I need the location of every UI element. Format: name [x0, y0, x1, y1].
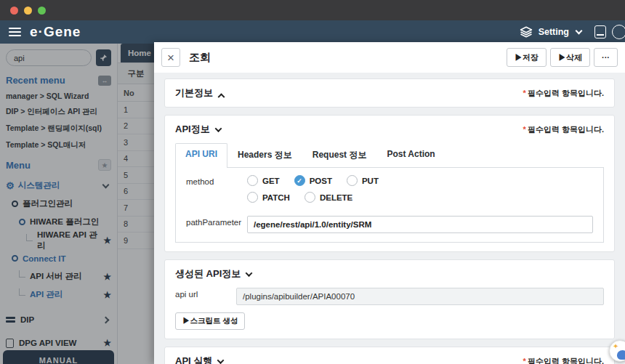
window-zoom-dot[interactable]: [38, 7, 46, 15]
window-minimize-dot[interactable]: [24, 7, 32, 15]
delete-button[interactable]: ▶삭제: [550, 48, 590, 67]
chevron-down-icon: [217, 357, 225, 364]
window-close-dot[interactable]: [10, 7, 18, 15]
app-header: e·Gene Setting: [0, 20, 625, 44]
api-url-label: api url: [175, 288, 236, 299]
save-button[interactable]: ▶저장: [507, 48, 547, 67]
app-body: Recent menu ↔ manager > SQL Wizard DIP >…: [0, 44, 625, 364]
assistant-fab-button[interactable]: ✦: [609, 340, 625, 362]
tab-headers-info[interactable]: Headers 정보: [227, 143, 302, 167]
section-basic-header[interactable]: 기본정보 *필수입력 항목입니다.: [165, 79, 614, 107]
section-api-header[interactable]: API정보 *필수입력 항목입니다.: [165, 116, 614, 143]
required-note: *필수입력 항목입니다.: [523, 88, 604, 99]
required-note: *필수입력 항목입니다.: [523, 356, 604, 364]
modal-title: 조회: [189, 51, 211, 65]
api-uri-panel: method GET POST PUT PATCH DELETE: [175, 167, 604, 243]
tab-request-info[interactable]: Request 정보: [302, 143, 377, 167]
chevron-up-icon: [218, 93, 225, 100]
section-api-info: API정보 *필수입력 항목입니다. API URI Headers 정보 Re…: [164, 115, 615, 252]
modal-backdrop: [0, 44, 154, 364]
sparkle-icon: ✦: [613, 342, 618, 350]
app-window: e·Gene Setting: [0, 0, 625, 364]
more-button[interactable]: ···: [594, 48, 618, 67]
generate-script-button[interactable]: ▶스크립트 생성: [175, 312, 245, 330]
manual-book-icon[interactable]: [594, 25, 606, 39]
setting-menu[interactable]: Setting: [539, 27, 569, 37]
radio-get[interactable]: GET: [247, 175, 280, 186]
hamburger-menu-icon[interactable]: [9, 28, 21, 36]
radio-put[interactable]: PUT: [347, 175, 379, 186]
section-execute-header[interactable]: API 실행 *필수입력 항목입니다.: [165, 347, 614, 364]
radio-patch[interactable]: PATCH: [247, 192, 290, 203]
method-label: method: [186, 175, 247, 186]
radio-checked-icon: [294, 175, 305, 186]
chevron-down-icon: [576, 28, 583, 35]
radio-icon: [247, 192, 258, 203]
api-url-input[interactable]: [236, 288, 604, 305]
api-info-tabs: API URI Headers 정보 Request 정보 Post Actio…: [175, 143, 604, 167]
chevron-down-icon: [246, 270, 253, 277]
radio-icon: [247, 175, 258, 186]
radio-icon: [305, 192, 315, 203]
chevron-down-icon: [214, 125, 222, 132]
radio-post[interactable]: POST: [294, 175, 332, 186]
profile-icon[interactable]: [612, 25, 625, 39]
modal-content: 기본정보 *필수입력 항목입니다. API정보 *필수입력 항목입니다. AP: [154, 73, 625, 364]
section-generated-api: 생성된 API정보 api url ▶스크립트 생성: [164, 259, 615, 339]
required-note: *필수입력 항목입니다.: [523, 124, 604, 135]
method-radio-group: GET POST PUT PATCH DELETE: [247, 175, 422, 209]
section-generated-header[interactable]: 생성된 API정보: [165, 260, 614, 288]
tab-api-uri[interactable]: API URI: [175, 143, 227, 168]
section-api-execute: API 실행 *필수입력 항목입니다. 실행 테스트 Response: [164, 347, 615, 364]
layers-icon: [520, 25, 533, 39]
path-parameter-label: pathParameter: [186, 216, 247, 227]
detail-modal: × 조회 ▶저장 ▶삭제 ··· 기본정보 *필수입력 항목입니다.: [154, 42, 625, 364]
tab-post-action[interactable]: Post Action: [376, 143, 445, 167]
radio-delete[interactable]: DELETE: [305, 192, 352, 203]
bot-icon: [617, 350, 625, 360]
close-button[interactable]: ×: [161, 48, 180, 67]
close-icon: ×: [167, 52, 174, 64]
modal-toolbar: ▶저장 ▶삭제 ···: [507, 48, 618, 67]
radio-icon: [347, 175, 358, 186]
section-basic-info: 기본정보 *필수입력 항목입니다.: [164, 78, 615, 108]
modal-header: × 조회 ▶저장 ▶삭제 ···: [154, 42, 625, 73]
app-logo: e·Gene: [30, 24, 81, 40]
path-parameter-input[interactable]: [247, 216, 593, 233]
window-titlebar: [0, 0, 625, 20]
